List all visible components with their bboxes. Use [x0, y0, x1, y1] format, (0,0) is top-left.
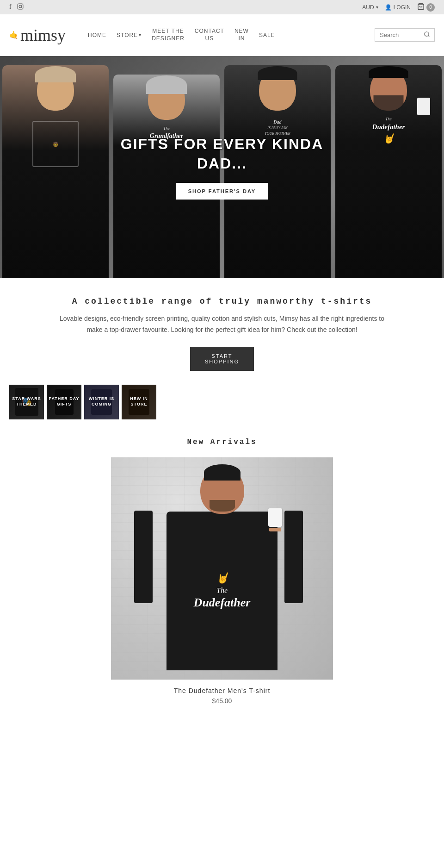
- login-button[interactable]: 👤 LOGIN: [385, 4, 411, 11]
- nav-store[interactable]: STORE ▾: [113, 29, 145, 41]
- main-nav: HOME STORE ▾ MEET THEDESIGNER CONTACTUS …: [84, 25, 365, 45]
- tshirt-design: 🤘 The Dudefather: [194, 572, 251, 610]
- hero-banner: 🤠 The Grandfather Dad IS BUSY ASKYOUR MO…: [0, 56, 444, 278]
- product-name: The Dudefather Men's T-shirt: [111, 687, 333, 694]
- new-arrivals-section: New Arrivals: [9, 438, 435, 705]
- category-tiles: 🎭 STAR WARS THEMED FATHER DAY GIFTS: [9, 385, 435, 419]
- facebook-icon[interactable]: f: [9, 3, 12, 12]
- cart-count: 0: [426, 3, 435, 12]
- nav-meet-designer[interactable]: MEET THEDESIGNER: [148, 25, 188, 45]
- cart-icon: [417, 3, 425, 12]
- top-bar-right: AUD ▾ 👤 LOGIN 0: [362, 3, 435, 12]
- svg-point-1: [19, 5, 22, 8]
- logo-text: mimsy: [20, 25, 66, 45]
- logo[interactable]: 🤙 mimsy: [9, 25, 66, 45]
- search-box: [375, 28, 435, 42]
- product-price: $45.00: [111, 697, 333, 705]
- nav-home[interactable]: HOME: [84, 29, 110, 41]
- search-button[interactable]: [424, 31, 430, 39]
- nav-contact[interactable]: CONTACTUS: [191, 25, 228, 45]
- start-shopping-button[interactable]: STARTSHOPPING: [190, 347, 254, 371]
- hero-cta-button[interactable]: SHOP FATHER'S DAY: [176, 183, 268, 200]
- new-arrivals-title: New Arrivals: [9, 438, 435, 446]
- intro-body: Lovable designs, eco-friendly screen pri…: [56, 313, 388, 336]
- category-tile-winter[interactable]: WINTER IS COMING: [84, 385, 119, 419]
- social-links: f: [9, 3, 24, 12]
- tile-label-3: NEW IN STORE: [122, 385, 156, 419]
- footer-space: [0, 742, 444, 798]
- category-tile-fathers-day[interactable]: FATHER DAY GIFTS: [47, 385, 81, 419]
- category-tile-star-wars[interactable]: 🎭 STAR WARS THEMED: [9, 385, 44, 419]
- hero-overlay: GIFTS FOR EVERY KINDA DAD... SHOP FATHER…: [121, 135, 323, 199]
- nav-new-in[interactable]: NEWIN: [231, 25, 253, 45]
- nav-new-in-label: NEWIN: [234, 28, 249, 42]
- nav-meet-designer-label: MEET THEDESIGNER: [152, 28, 185, 42]
- hero-title: GIFTS FOR EVERY KINDA DAD...: [121, 135, 323, 173]
- currency-selector[interactable]: AUD ▾: [362, 4, 378, 11]
- header: 🤙 mimsy HOME STORE ▾ MEET THEDESIGNER CO…: [0, 14, 444, 56]
- nav-contact-label: CONTACTUS: [195, 28, 224, 42]
- product-card[interactable]: 🤘 The Dudefather The Dudefather Men's T-…: [111, 457, 333, 705]
- logo-hand-icon: 🤙: [9, 31, 18, 39]
- tile-label-2: WINTER IS COMING: [84, 385, 119, 419]
- tile-label-0: STAR WARS THEMED: [9, 385, 44, 419]
- svg-point-2: [21, 4, 22, 5]
- instagram-icon[interactable]: [17, 3, 24, 12]
- svg-line-5: [428, 36, 430, 37]
- search-input[interactable]: [380, 31, 424, 38]
- product-image: 🤘 The Dudefather: [111, 457, 333, 680]
- top-bar: f AUD ▾ 👤 LOGIN 0: [0, 0, 444, 14]
- category-tile-new-in[interactable]: NEW IN STORE: [122, 385, 156, 419]
- main-content: A collectible range of truly manworthy t…: [0, 278, 444, 742]
- intro-section: A collectible range of truly manworthy t…: [9, 297, 435, 371]
- chevron-down-icon: ▾: [376, 5, 378, 10]
- user-icon: 👤: [385, 4, 392, 11]
- svg-rect-0: [18, 4, 23, 9]
- cart-button[interactable]: 0: [417, 3, 435, 12]
- product-person: 🤘 The Dudefather: [148, 467, 296, 670]
- svg-point-4: [425, 32, 429, 36]
- tile-label-1: FATHER DAY GIFTS: [47, 385, 81, 419]
- intro-heading: A collectible range of truly manworthy t…: [9, 297, 435, 306]
- tshirt: 🤘 The Dudefather: [166, 512, 278, 670]
- store-dropdown-icon: ▾: [139, 32, 142, 37]
- nav-sale[interactable]: SALE: [255, 29, 279, 41]
